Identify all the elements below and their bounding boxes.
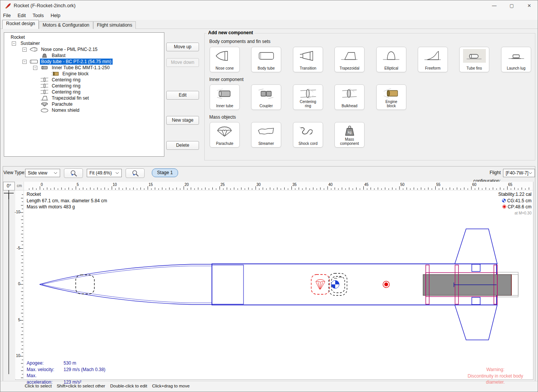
shock-cord-icon: [297, 124, 320, 138]
edit-button[interactable]: Edit: [166, 91, 199, 100]
tree-item-engine-block[interactable]: Engine block: [4, 71, 164, 77]
component-label: Shock cord: [294, 142, 322, 146]
add-elliptical-button[interactable]: Elliptical: [376, 47, 406, 72]
maximize-icon[interactable]: ▢: [503, 0, 520, 11]
component-label: Streamer: [252, 142, 280, 146]
add-body-tube-button[interactable]: Body tube: [251, 47, 281, 72]
add-inner-tube-button[interactable]: Inner tube: [210, 84, 240, 110]
add-coupler-button[interactable]: Coupler: [251, 84, 281, 110]
trapezoidal-icon: [338, 49, 361, 63]
streamer-icon: [255, 124, 278, 138]
info-line: Length 67.1 cm, max. diameter 5.84 cm: [27, 198, 107, 204]
add-engine-block-button[interactable]: Engine block: [376, 84, 406, 110]
ballast-icon: [40, 53, 49, 58]
tree-item-centering-ring[interactable]: Centering ring: [4, 83, 164, 89]
tree-item-label: Ballast: [51, 52, 67, 59]
tree-item-sustainer[interactable]: −Sustainer: [4, 40, 164, 46]
stability-info: Stability:1.22 cal CG:41.5 cm CP:48.6 cm…: [421, 191, 532, 216]
minimize-icon[interactable]: —: [485, 0, 503, 11]
tree-item-nose-cone-pml-pnc-2-15[interactable]: −Nose cone - PML PNC-2.15: [4, 46, 164, 52]
add-shock-cord-button[interactable]: Shock cord: [293, 122, 323, 148]
tree-item-label: Rocket: [10, 34, 26, 40]
flight-stat-row: Apogee:530 m: [27, 360, 105, 367]
component-label: Tube fins: [460, 67, 488, 71]
tree-item-label: Body tube - BC PT-2.1 (54.75 mm): [40, 59, 113, 65]
menu-tools[interactable]: Tools: [29, 11, 47, 20]
tree-item-label: Trapezoidal fin set: [51, 95, 90, 101]
collapse-icon[interactable]: −: [22, 60, 27, 64]
component-label: Engine block: [382, 100, 401, 108]
tree-item-centering-ring[interactable]: Centering ring: [4, 77, 164, 83]
menu-edit[interactable]: Edit: [14, 11, 29, 20]
add-tube-fins-button[interactable]: Tube fins: [459, 47, 489, 72]
tree-item-label: Centering ring: [51, 83, 81, 89]
rocket-info: RocketLength 67.1 cm, max. diameter 5.84…: [27, 191, 107, 210]
finset-icon: [40, 95, 49, 101]
add-launch-lug-button[interactable]: Launch lug: [501, 47, 531, 72]
move-up-button[interactable]: Move up: [166, 43, 199, 51]
add-nose-cone-button[interactable]: Nose cone: [210, 47, 240, 72]
add-bulkhead-button[interactable]: Bulkhead: [334, 84, 365, 110]
tree-item-label: Nose cone - PML PNC-2.15: [40, 46, 99, 52]
app-rocket-icon: [5, 2, 11, 9]
transition-icon: [297, 49, 320, 63]
menu-help[interactable]: Help: [47, 11, 64, 20]
tree-item-trapezoidal-fin-set[interactable]: Trapezoidal fin set: [4, 95, 164, 101]
zoom-in-button[interactable]: [126, 168, 145, 178]
tree-item-label: Sustainer: [19, 40, 41, 46]
tree-item-parachute[interactable]: Parachute: [4, 101, 164, 107]
new-stage-button[interactable]: New stage: [166, 116, 199, 125]
collapse-icon[interactable]: −: [22, 48, 27, 52]
add-streamer-button[interactable]: Streamer: [251, 122, 281, 148]
view-type-label: View Type:: [3, 168, 25, 177]
component-label: Launch lug: [502, 67, 530, 71]
cg-icon: [502, 198, 506, 203]
body-tube-icon: [255, 49, 278, 63]
collapse-icon[interactable]: −: [12, 41, 16, 46]
component-label: Mass component: [340, 138, 359, 146]
add-component-panel: Body components and fin setsNose coneBod…: [204, 33, 535, 160]
kg-label: kg: [348, 130, 352, 134]
component-label: Inner tube: [211, 104, 239, 108]
component-tree[interactable]: Rocket−Sustainer−Nose cone - PML PNC-2.1…: [4, 32, 164, 157]
tree-item-rocket[interactable]: Rocket: [4, 34, 164, 40]
warning-text: Discontinuity in rocket body diameter.: [459, 373, 532, 386]
tree-item-label: Centering ring: [51, 89, 81, 95]
engine-block-icon: [380, 87, 403, 100]
warning-message: Warning: Discontinuity in rocket body di…: [459, 367, 532, 386]
engineblock-icon: [51, 71, 60, 76]
zoom-out-button[interactable]: [64, 168, 83, 178]
warning-title: Warning:: [459, 367, 532, 373]
add-trapezoidal-button[interactable]: Trapezoidal: [334, 47, 365, 72]
component-label: Trapezoidal: [336, 67, 363, 71]
tab-flight-simulations[interactable]: Flight simulations: [93, 21, 136, 29]
add-centering-ring-button[interactable]: Centering ring: [293, 84, 323, 110]
tree-item-ballast[interactable]: Ballast: [4, 52, 164, 59]
stage-1-toggle[interactable]: Stage 1: [152, 168, 178, 177]
tab-bar: Rocket designMotors & ConfigurationFligh…: [0, 20, 538, 29]
tree-item-inner-tube-bc-mmt-1-1-250[interactable]: −Inner Tube BC MMT-1.1-250: [4, 65, 164, 71]
add-transition-button[interactable]: Transition: [293, 47, 323, 72]
tree-item-centering-ring[interactable]: Centering ring: [4, 89, 164, 95]
rotation-angle-box[interactable]: 0°: [3, 182, 15, 190]
move-down-button[interactable]: Move down: [166, 58, 199, 67]
add-parachute-button[interactable]: Parachute: [210, 122, 240, 148]
collapse-icon[interactable]: −: [33, 66, 37, 70]
menu-file[interactable]: File: [0, 11, 14, 20]
view-type-select[interactable]: Side view: [25, 169, 60, 177]
tree-item-body-tube-bc-pt-2-1-54-75-mm[interactable]: −Body tube - BC PT-2.1 (54.75 mm): [4, 59, 164, 65]
parachute-icon: [213, 124, 236, 138]
tree-item-nomex-shield[interactable]: Nomex shield: [4, 107, 164, 113]
section-label-mass-objects: Mass objects: [209, 114, 236, 120]
close-icon[interactable]: ✕: [520, 0, 538, 11]
window-title: Rocket (F-Rocket-2inch.ork): [14, 0, 76, 11]
delete-button[interactable]: Delete: [166, 141, 199, 150]
chevron-down-icon: [528, 172, 532, 174]
add-mass-component-button[interactable]: kgMass component: [334, 122, 365, 148]
tab-rocket-design[interactable]: Rocket design: [2, 20, 39, 29]
zoom-level-select[interactable]: Fit (49.6%): [87, 169, 122, 177]
flight-config-select[interactable]: [F40-7W-7]: [503, 169, 535, 177]
tab-motors-configuration[interactable]: Motors & Configuration: [39, 21, 93, 29]
add-freeform-button[interactable]: Freeform: [418, 47, 448, 72]
magnifier-icon: [131, 170, 139, 177]
